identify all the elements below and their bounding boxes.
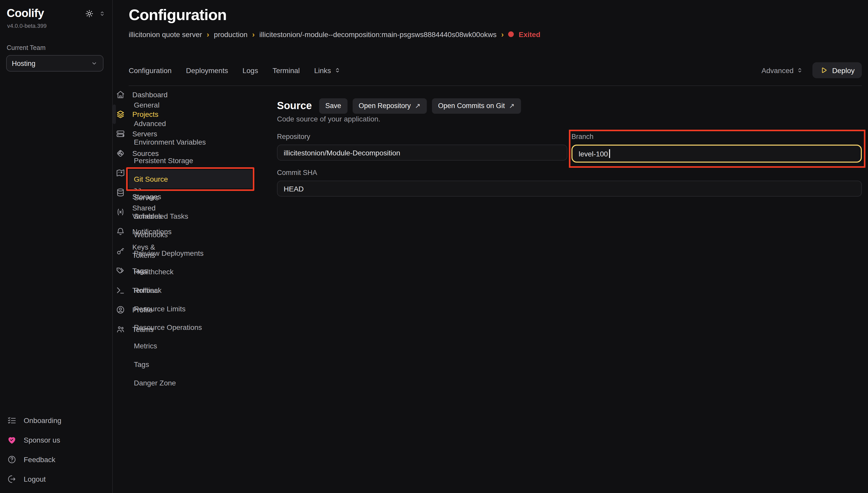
help-icon <box>7 455 17 464</box>
repository-label: Repository <box>277 133 567 142</box>
header-divider <box>129 85 862 86</box>
heart-icon <box>7 435 17 445</box>
play-icon <box>820 66 828 74</box>
subnav-item-scheduled-tasks[interactable]: Scheduled Tasks <box>129 207 252 226</box>
commit-sha-input[interactable] <box>277 180 862 197</box>
deploy-button[interactable]: Deploy <box>813 62 862 78</box>
subnav-item-metrics[interactable]: Metrics <box>129 337 252 355</box>
chevrons-up-down-icon <box>334 67 341 73</box>
team-select[interactable]: Hosting <box>6 55 104 71</box>
checklist-icon <box>7 416 17 425</box>
app-version: v4.0.0-beta.399 <box>7 23 47 29</box>
theme-toggle-button[interactable] <box>85 9 94 18</box>
breadcrumb-separator: › <box>207 30 209 39</box>
sun-icon <box>85 9 94 18</box>
repository-input[interactable] <box>277 145 567 160</box>
tab-links[interactable]: Links <box>314 66 341 74</box>
current-team-label: Current Team <box>7 44 46 51</box>
subnav-item-environment-variables[interactable]: Environment Variables <box>129 133 252 151</box>
breadcrumb-separator: › <box>252 30 255 39</box>
branch-field: Branch <box>571 133 862 163</box>
subnav-item-preview-deployments[interactable]: Preview Deployments <box>129 244 252 262</box>
tab-configuration[interactable]: Configuration <box>129 66 172 74</box>
subnav-item-tags[interactable]: Tags <box>129 355 252 373</box>
subnav-item-git-source[interactable]: Git Source <box>129 170 252 188</box>
tab-terminal[interactable]: Terminal <box>273 66 300 74</box>
sidebar-item-onboarding[interactable]: Onboarding <box>4 411 108 430</box>
sidebar-item-logout[interactable]: Logout <box>4 469 108 489</box>
tab-bar: Configuration Deployments Logs Terminal … <box>129 62 862 78</box>
advanced-dropdown[interactable]: Advanced <box>761 66 803 74</box>
status-badge: Exited <box>519 30 540 38</box>
subnav-item-servers[interactable]: Servers <box>129 188 252 207</box>
open-commits-button[interactable]: Open Commits on Git ↗ <box>432 98 521 113</box>
source-header-row: Source Save Open Repository ↗ Open Commi… <box>277 98 521 114</box>
external-link-icon: ↗ <box>415 102 421 110</box>
subnav-item-persistent-storage[interactable]: Persistent Storage <box>129 151 252 170</box>
breadcrumb-resource[interactable]: illicitestonion/-module--decomposition:m… <box>259 30 496 38</box>
breadcrumb: illicitonion quote server › production ›… <box>129 30 540 39</box>
save-button[interactable]: Save <box>319 98 347 113</box>
breadcrumb-separator: › <box>501 30 504 39</box>
sidebar-bottom-nav: Onboarding Sponsor us Feedback Logout <box>4 411 108 489</box>
external-link-icon: ↗ <box>509 102 514 110</box>
page-title: Configuration <box>129 6 227 24</box>
tab-logs[interactable]: Logs <box>242 66 258 74</box>
subnav-item-general[interactable]: General <box>129 96 252 114</box>
status-dot <box>508 31 514 37</box>
open-repository-button[interactable]: Open Repository ↗ <box>353 98 426 113</box>
chevrons-up-down-icon <box>797 67 803 73</box>
logo-row: Coolify <box>7 7 106 20</box>
config-subnav: General Advanced Environment Variables P… <box>129 96 252 392</box>
app-logo: Coolify <box>7 7 44 20</box>
subnav-item-danger-zone[interactable]: Danger Zone <box>129 373 252 392</box>
chevrons-up-down-icon <box>99 10 106 17</box>
subnav-item-resource-operations[interactable]: Resource Operations <box>129 318 252 337</box>
text-cursor <box>609 149 610 158</box>
subnav-item-healthcheck[interactable]: Healthcheck <box>129 262 252 281</box>
branch-input[interactable] <box>571 145 862 163</box>
app-window: Coolify v4.0.0-beta.399 Current Team Hos… <box>0 0 868 493</box>
git-source-form: Repository Branch Commit SHA <box>277 133 862 197</box>
subnav-item-rollback[interactable]: Rollback <box>129 281 252 300</box>
repository-field: Repository <box>277 133 567 163</box>
subnav-item-advanced[interactable]: Advanced <box>129 114 252 133</box>
theme-select-toggle[interactable] <box>99 10 106 17</box>
chevron-down-icon <box>91 60 98 67</box>
commit-sha-field: Commit SHA <box>277 169 862 197</box>
subnav-item-resource-limits[interactable]: Resource Limits <box>129 300 252 318</box>
commit-sha-label: Commit SHA <box>277 169 862 177</box>
branch-label: Branch <box>571 133 862 142</box>
sidebar: Coolify v4.0.0-beta.399 Current Team Hos… <box>0 0 113 493</box>
section-heading: Source <box>277 100 312 112</box>
main-content: Configuration illicitonion quote server … <box>113 0 868 493</box>
section-description: Code source of your application. <box>277 115 380 123</box>
tab-deployments[interactable]: Deployments <box>186 66 228 74</box>
subnav-item-webhooks[interactable]: Webhooks <box>129 226 252 244</box>
breadcrumb-environment[interactable]: production <box>214 30 248 38</box>
sidebar-item-sponsor[interactable]: Sponsor us <box>4 430 108 450</box>
breadcrumb-project[interactable]: illicitonion quote server <box>129 30 202 38</box>
logout-icon <box>7 474 17 484</box>
team-select-value: Hosting <box>12 60 91 67</box>
sidebar-item-feedback[interactable]: Feedback <box>4 450 108 469</box>
